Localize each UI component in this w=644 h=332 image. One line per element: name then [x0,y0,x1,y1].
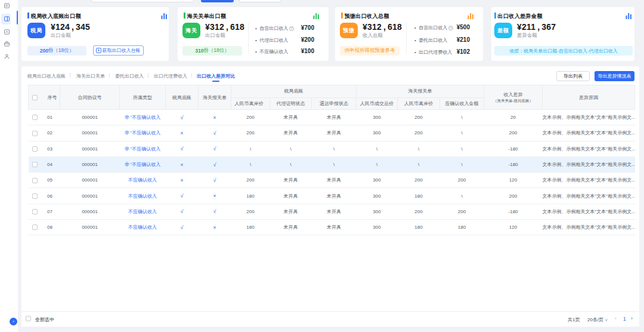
svg-text:?: ? [450,26,452,29]
svg-text:?: ? [291,26,293,30]
